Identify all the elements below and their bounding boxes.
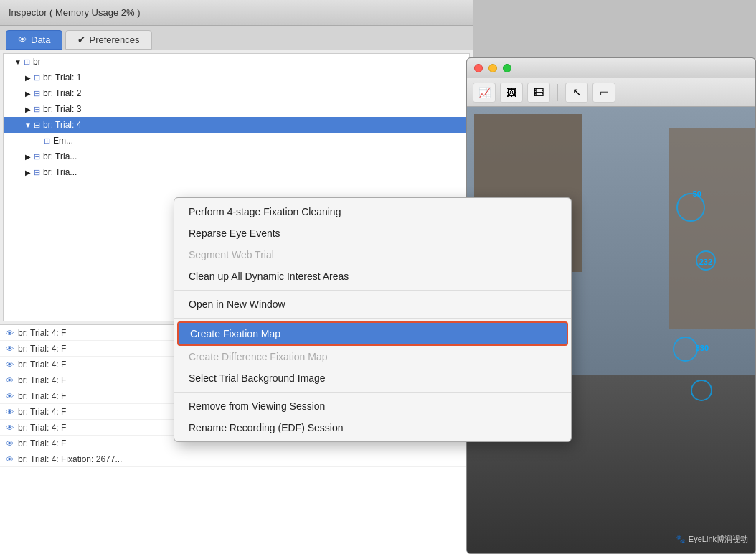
watermark-icon: 🐾 <box>676 535 686 544</box>
eye-list-icon: 👁 <box>6 408 14 416</box>
eye-tracking-dot-4 <box>691 380 712 401</box>
select-bg-image-label: Select Trial Background Image <box>189 372 326 384</box>
trial4-label: br: Trial: 4 <box>43 120 81 130</box>
tree-row-trial6[interactable]: ▶ ⊟ br: Tria... <box>4 164 469 180</box>
expand-trial6-arrow: ▶ <box>24 169 32 177</box>
chart-icon: 📈 <box>478 87 491 98</box>
cleanup-ia-label: Clean up All Dynamic Interest Areas <box>189 271 349 282</box>
watermark-text: EyeLink博润视动 <box>689 534 748 545</box>
list-label: br: Trial: 4: F <box>18 391 66 401</box>
eye-list-icon: 👁 <box>6 329 14 337</box>
list-item[interactable]: 👁br: Trial: 4: Fixation: 2677... <box>0 451 473 467</box>
title-bar: Inspector ( Memory Usage 2% ) <box>0 0 473 26</box>
trial3-label: br: Trial: 3 <box>43 104 81 114</box>
pointer-button[interactable]: ↖ <box>565 83 588 103</box>
maximize-button[interactable] <box>503 64 511 72</box>
trial2-icon: ⊟ <box>34 89 40 98</box>
tree-row-trial5[interactable]: ▶ ⊟ br: Tria... <box>4 149 469 164</box>
fixation-cleaning-label: Perform 4-stage Fixation Cleaning <box>189 206 341 217</box>
expand-trial5-arrow: ▶ <box>24 153 32 161</box>
menu-item-fixation-cleaning[interactable]: Perform 4-stage Fixation Cleaning <box>174 201 571 222</box>
list-label: br: Trial: 4: F <box>18 407 66 417</box>
eye-list-icon: 👁 <box>6 455 14 464</box>
rename-recording-label: Rename Recording (EDF) Session <box>189 422 344 433</box>
child-label: Em... <box>53 136 73 146</box>
watermark: 🐾 EyeLink博润视动 <box>676 534 748 545</box>
menu-item-select-bg-image[interactable]: Select Trial Background Image <box>174 367 571 389</box>
eye-tracking-dot-3 <box>673 337 698 362</box>
menu-item-create-fixation-map[interactable]: Create Fixation Map <box>177 321 568 346</box>
trial5-icon: ⊟ <box>34 152 40 161</box>
tree-row-trial4-child[interactable]: ⊞ Em... <box>4 133 469 149</box>
toolbar-divider <box>557 84 558 101</box>
segment-web-label: Segment Web Trial <box>189 249 274 260</box>
menu-item-rename-recording[interactable]: Rename Recording (EDF) Session <box>174 417 571 438</box>
list-label: br: Trial: 4: F <box>18 344 66 354</box>
check-icon: ✔ <box>77 34 85 45</box>
trial5-label: br: Tria... <box>43 151 77 161</box>
eye-list-icon: 👁 <box>6 360 14 369</box>
eye-list-icon: 👁 <box>6 392 14 400</box>
trial4-icon: ⊟ <box>34 121 40 130</box>
list-label: br: Trial: 4: F <box>18 438 66 449</box>
overlay-number-330: 330 <box>696 344 709 352</box>
context-menu: Perform 4-stage Fixation Cleaning Repars… <box>174 197 572 442</box>
menu-item-create-diff-fixation-map: Create Difference Fixation Map <box>174 346 571 367</box>
expand-trial4-arrow: ▼ <box>24 121 32 129</box>
separator-1 <box>174 290 571 291</box>
rect-button[interactable]: ▭ <box>592 83 615 103</box>
list-label: br: Trial: 4: F <box>18 423 66 433</box>
tab-preferences-label: Preferences <box>89 34 139 45</box>
tree-row-trial3[interactable]: ▶ ⊟ br: Trial: 3 <box>4 101 469 117</box>
close-button[interactable] <box>474 64 483 72</box>
trial1-label: br: Trial: 1 <box>43 72 81 83</box>
pointer-icon: ↖ <box>572 85 582 99</box>
menu-item-open-new-window[interactable]: Open in New Window <box>174 294 571 315</box>
tree-row-trial2[interactable]: ▶ ⊟ br: Trial: 2 <box>4 85 469 101</box>
eye-icon: 👁 <box>18 34 27 45</box>
expand-trial3-arrow: ▶ <box>24 105 32 113</box>
separator-2 <box>174 318 571 319</box>
expand-trial1-arrow: ▶ <box>24 74 32 82</box>
menu-item-reparse[interactable]: Reparse Eye Events <box>174 222 571 244</box>
eye-list-icon: 👁 <box>6 423 14 432</box>
eye-list-icon: 👁 <box>6 344 14 353</box>
film-button[interactable]: 🎞 <box>527 83 550 103</box>
root-node-icon: ⊞ <box>24 57 30 67</box>
reparse-label: Reparse Eye Events <box>189 227 280 239</box>
tree-row-trial1[interactable]: ▶ ⊟ br: Trial: 1 <box>4 70 469 85</box>
rect-icon: ▭ <box>600 87 609 98</box>
tab-preferences[interactable]: ✔ Preferences <box>65 30 151 50</box>
tab-data[interactable]: 👁 Data <box>6 30 62 50</box>
expand-trial2-arrow: ▶ <box>24 90 32 98</box>
image-icon: 🖼 <box>506 87 516 98</box>
child-icon: ⊞ <box>44 136 50 146</box>
tree-row-root[interactable]: ▼ ⊞ br <box>4 54 469 70</box>
list-label: br: Trial: 4: Fixation: 2677... <box>18 454 122 464</box>
list-label: br: Trial: 4: F <box>18 360 66 370</box>
create-fixation-map-label: Create Fixation Map <box>190 328 280 339</box>
menu-item-remove-viewing[interactable]: Remove from Viewing Session <box>174 395 571 417</box>
tab-data-label: Data <box>31 34 50 45</box>
overlay-number-232: 232 <box>699 258 712 266</box>
image-button[interactable]: 🖼 <box>500 83 523 103</box>
list-label: br: Trial: 4: F <box>18 328 66 338</box>
remove-viewing-label: Remove from Viewing Session <box>189 400 325 412</box>
minimize-button[interactable] <box>488 64 497 72</box>
menu-item-segment-web: Segment Web Trial <box>174 244 571 266</box>
image-toolbar: 📈 🖼 🎞 ↖ ▭ <box>467 78 755 107</box>
list-label: br: Trial: 4: F <box>18 375 66 385</box>
separator-3 <box>174 392 571 393</box>
overlay-number-50: 50 <box>693 189 701 198</box>
film-icon: 🎞 <box>534 87 544 98</box>
trial6-icon: ⊟ <box>34 168 40 177</box>
chart-button[interactable]: 📈 <box>473 83 496 103</box>
create-diff-fixation-map-label: Create Difference Fixation Map <box>189 351 328 362</box>
tree-row-trial4[interactable]: ▼ ⊟ br: Trial: 4 <box>4 117 469 133</box>
building-right <box>669 128 755 329</box>
root-node-label: br <box>33 57 41 67</box>
trial6-label: br: Tria... <box>43 167 77 177</box>
trial3-icon: ⊟ <box>34 105 40 114</box>
menu-item-cleanup-ia[interactable]: Clean up All Dynamic Interest Areas <box>174 266 571 287</box>
inspector-title: Inspector ( Memory Usage 2% ) <box>9 7 141 18</box>
